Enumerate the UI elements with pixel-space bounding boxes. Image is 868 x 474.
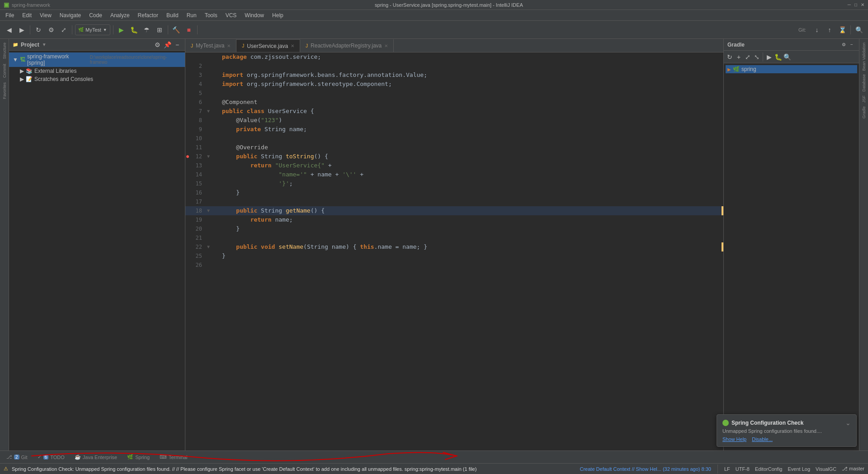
tab-mytest-close[interactable]: ✕ (227, 43, 231, 48)
vcs-push-button[interactable]: ↑ (824, 24, 835, 35)
line-code-21 (218, 233, 723, 242)
project-collapse-button[interactable]: − (173, 41, 181, 49)
window-controls[interactable]: ─ □ ✕ (848, 2, 864, 7)
bottom-tab-git[interactable]: ⎇ 2 Git (2, 453, 32, 461)
favorites-panel-button[interactable]: Favorites (1, 81, 8, 101)
jsf-button[interactable]: JSF (861, 94, 867, 104)
menu-analyze[interactable]: Analyze (107, 11, 133, 19)
coverage-button[interactable]: ☂ (142, 24, 152, 35)
status-branch[interactable]: ⎇ master (842, 466, 864, 472)
line-fold-7[interactable]: ▼ (206, 107, 211, 116)
status-visual-gc[interactable]: VisualGC (816, 466, 836, 472)
line-fold-12[interactable]: ▼ (206, 152, 211, 161)
tree-item-root[interactable]: ▼ 🏗 spring-framework [spring] D:\workpla… (9, 52, 185, 67)
status-text[interactable]: Spring Configuration Check: Unmapped Spr… (12, 466, 476, 472)
gradle-collapse-all-button[interactable]: ⤡ (753, 53, 761, 61)
status-event-log[interactable]: Event Log (788, 466, 811, 472)
status-lf[interactable]: LF (724, 466, 730, 472)
gradle-refresh-button[interactable]: ↻ (726, 53, 734, 61)
bottom-tab-terminal[interactable]: ⌨ Terminal (155, 453, 192, 461)
code-line-7: 7 ▼ public class UserService { (185, 107, 723, 116)
menu-navigate[interactable]: Navigate (56, 11, 85, 19)
tree-external-libraries-label: External Libraries (34, 68, 76, 74)
maximize-button[interactable]: □ (854, 2, 857, 7)
tab-mytest[interactable]: J MyTest.java ✕ (185, 39, 236, 52)
gradle-minimize-button[interactable]: − (848, 41, 855, 48)
gradle-side-button[interactable]: Gradle (861, 104, 867, 120)
code-line-3: 3 import org.springframework.beans.facto… (185, 71, 723, 80)
tab-reactive-close[interactable]: ✕ (384, 43, 388, 48)
project-pin-button[interactable]: 📌 (163, 41, 171, 49)
gradle-expand-all-button[interactable]: ⤢ (744, 53, 752, 61)
profile-button[interactable]: ⊞ (154, 24, 165, 35)
gradle-settings-button[interactable]: ⚙ (840, 41, 847, 48)
settings-button[interactable]: ⚙ (46, 24, 57, 35)
project-dropdown-icon[interactable]: ▼ (42, 42, 47, 47)
build-button[interactable]: 🔨 (171, 24, 182, 35)
line-fold-22[interactable]: ▼ (206, 242, 211, 251)
menu-file[interactable]: File (2, 11, 18, 19)
code-editor[interactable]: package com.zjssout.service; 2 3 import … (185, 52, 723, 450)
line-code-20: } (218, 224, 723, 233)
minimize-button[interactable]: ─ (848, 2, 851, 7)
run-config-selector[interactable]: 🌿 MyTest ▼ (75, 24, 110, 35)
back-button[interactable]: ◀ (4, 24, 14, 35)
menu-code[interactable]: Code (85, 11, 106, 19)
commit-panel-button[interactable]: Commit (1, 62, 8, 80)
tab-userservice[interactable]: J UserService.java ✕ (236, 39, 300, 52)
sync-button[interactable]: ↻ (33, 24, 44, 35)
close-button[interactable]: ✕ (861, 2, 864, 7)
line-fold-8 (206, 116, 211, 125)
menu-refactor[interactable]: Refactor (134, 11, 162, 19)
gradle-filter-button[interactable]: 🔍 (783, 53, 791, 61)
structure-panel-button[interactable]: Structure (1, 41, 8, 61)
notification-body: Unmapped Spring configuration files foun… (722, 428, 851, 434)
gradle-debug-button[interactable]: 🐛 (774, 53, 782, 61)
status-create-default[interactable]: Create Default Context // Show Hel... (3… (580, 466, 711, 472)
project-tree: ▼ 🏗 spring-framework [spring] D:\workpla… (9, 51, 185, 450)
library-icon: 📚 (26, 68, 33, 74)
breakpoint-icon[interactable]: ● (186, 152, 189, 161)
menu-window[interactable]: Window (241, 11, 268, 19)
notification-disable[interactable]: Disable... (752, 436, 773, 442)
stop-button[interactable]: ■ (184, 24, 194, 35)
tab-mytest-label: MyTest.java (196, 43, 224, 49)
run-button[interactable]: ▶ (116, 24, 127, 35)
debug-button[interactable]: 🐛 (129, 24, 140, 35)
gradle-run-button[interactable]: ▶ (765, 53, 773, 61)
bean-validation-button[interactable]: Bean Validation (861, 41, 867, 72)
tree-item-external-libraries[interactable]: ▶ 📚 External Libraries (9, 67, 185, 75)
gradle-item-spring[interactable]: ▶ 🌿 spring (726, 65, 857, 73)
tab-userservice-close[interactable]: ✕ (291, 43, 294, 48)
expand-button[interactable]: ⤢ (58, 24, 69, 35)
status-editorconfig[interactable]: EditorConfig (755, 466, 783, 472)
notification-show-help[interactable]: Show Help (722, 436, 746, 442)
line-number-19: 19 (185, 215, 206, 224)
status-encoding[interactable]: UTF-8 (736, 466, 750, 472)
bottom-tab-spring[interactable]: 🌿 Spring (123, 453, 154, 461)
tree-item-scratches[interactable]: ▶ 📝 Scratches and Consoles (9, 75, 185, 83)
menu-help[interactable]: Help (269, 11, 287, 19)
vcs-history-button[interactable]: ⌛ (837, 24, 848, 35)
line-marker-12 (211, 152, 218, 161)
menu-edit[interactable]: Edit (19, 11, 35, 19)
tree-root-path: D:\workplace\readsource\clone\spring-fra… (90, 55, 181, 65)
menu-build[interactable]: Build (163, 11, 182, 19)
menu-vcs[interactable]: VCS (222, 11, 241, 19)
database-button[interactable]: Database (861, 72, 867, 94)
line-fold-18[interactable]: ▼ (206, 206, 211, 215)
tab-reactive[interactable]: J ReactiveAdapterRegistry.java ✕ (300, 39, 394, 52)
gradle-tree: ▶ 🌿 spring (724, 63, 859, 450)
notification-expand-button[interactable]: ⌄ (845, 419, 851, 427)
gradle-add-button[interactable]: + (735, 53, 743, 61)
forward-button[interactable]: ▶ (16, 24, 27, 35)
search-everywhere-button[interactable]: 🔍 (854, 24, 864, 35)
bottom-tab-todo[interactable]: ✓ 6 TODO (33, 453, 69, 461)
menu-view[interactable]: View (36, 11, 55, 19)
project-settings-button[interactable]: ⚙ (153, 41, 161, 49)
menu-tools[interactable]: Tools (201, 11, 221, 19)
line-number-3: 3 (185, 71, 206, 80)
bottom-tab-java-enterprise[interactable]: ☕ Java Enterprise (70, 453, 122, 461)
menu-run[interactable]: Run (183, 11, 200, 19)
vcs-update-button[interactable]: ↓ (811, 24, 822, 35)
